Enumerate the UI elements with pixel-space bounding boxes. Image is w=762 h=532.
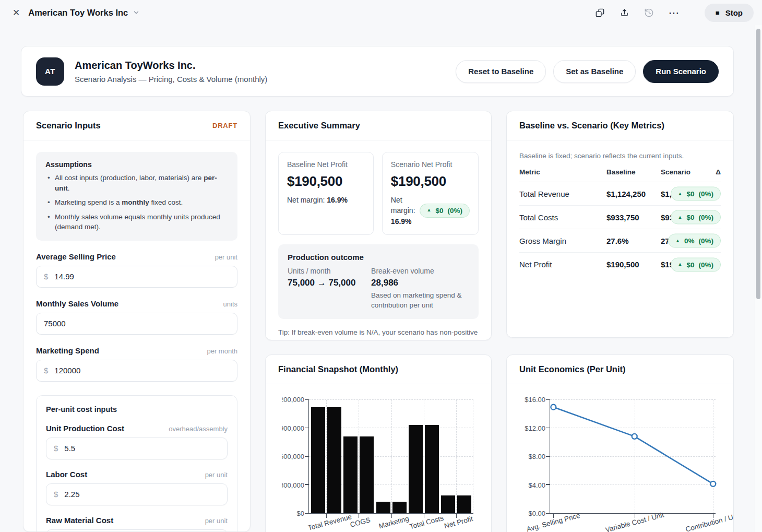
stat-label: Scenario Net Profit [391, 160, 470, 169]
assumption-item: Marketing spend is a monthly fixed cost. [45, 197, 228, 208]
delta-badge: ▲ $0 (0%) [671, 257, 721, 271]
share-icon[interactable] [620, 7, 630, 18]
field-input-box: $ [46, 529, 228, 532]
x-axis-tick-label: COGS [349, 516, 371, 529]
baseline-value: $1,124,250 [606, 190, 661, 198]
reset-to-baseline-button[interactable]: Reset to Baseline [456, 60, 546, 83]
units-per-month-value: 75,000 → 75,000 [288, 278, 371, 288]
bar-group: COGS [342, 400, 375, 513]
x-axis-tick [635, 514, 635, 518]
table-row: Gross Margin 27.6% 27.6% ▲ 0% (0%) [519, 229, 721, 253]
stop-button[interactable]: ■ Stop [705, 4, 754, 22]
field-unit-hint: overhead/assembly [169, 425, 228, 433]
tip-text: Tip: If break-even volume is N/A, your s… [278, 327, 479, 340]
column-header-metric: Metric [519, 168, 606, 176]
field-label: Unit Production Cost [46, 424, 124, 433]
y-axis-tick-label: $1,200,000 [282, 396, 308, 404]
y-axis-tick-label: $4.00 [523, 481, 550, 490]
production-outcome-box: Production outcome Units / month 75,000 … [278, 244, 479, 319]
close-icon[interactable]: ✕ [13, 7, 20, 18]
unit-economics-chart: $0.00$4.00$8.00$12.00$16.00 Avg. Selling… [519, 400, 721, 514]
column-header-scenario: Scenario [661, 168, 712, 176]
panel-title: Baseline vs. Scenario (Key Metrics) [519, 121, 664, 131]
delta-up-icon: ▲ [675, 238, 680, 243]
field-label: Monthly Sales Volume [36, 299, 118, 308]
history-icon[interactable] [644, 7, 654, 18]
scenario-bar [327, 407, 341, 513]
bar-group: Total Revenue [310, 400, 342, 513]
input-field-group: Average Selling Price per unit $ [36, 252, 237, 288]
y-axis-tick-label: $8.00 [523, 453, 550, 461]
assumptions-title: Assumptions [45, 160, 228, 169]
input-field-group: Marketing Spend per month $ [36, 346, 237, 382]
breakeven-label: Break-even volume [371, 267, 469, 275]
assumption-item: All cost inputs (production, labor, mate… [45, 173, 228, 193]
currency-prefix: $ [54, 444, 58, 453]
unit-economics-panel: Unit Economics (Per Unit) $0.00$4.00$8.0… [506, 354, 734, 532]
x-axis-tick-label: Total Revenue [307, 513, 352, 532]
delta-badge: ▲ $0 (0%) [671, 210, 721, 224]
scrollbar-track[interactable] [755, 25, 762, 532]
table-row: Total Revenue $1,124,250 $1,124,250 ▲ $0… [519, 182, 721, 206]
x-axis-tick [713, 514, 713, 518]
breakeven-value: 28,986 [371, 278, 469, 288]
set-as-baseline-button[interactable]: Set as Baseline [553, 60, 636, 83]
delta-badge: ▲ $0 (0%) [420, 204, 470, 218]
production-outcome-title: Production outcome [288, 253, 469, 262]
data-point-marker [710, 481, 716, 487]
table-header: Metric Baseline Scenario Δ [519, 168, 721, 182]
bar-group: Net Profit [440, 400, 472, 513]
baseline-value: $933,750 [606, 213, 661, 222]
field-input-box [36, 313, 237, 335]
metric-name: Net Profit [519, 260, 606, 269]
input-field-group: Unit Production Cost overhead/assembly $ [46, 424, 228, 459]
delta-up-icon: ▲ [678, 191, 683, 196]
field-input-box: $ [36, 266, 237, 288]
field-input[interactable] [54, 366, 230, 375]
field-unit-hint: per month [207, 347, 237, 355]
y-axis-tick-label: $300,000 [282, 481, 308, 490]
field-input[interactable] [44, 319, 230, 328]
stat-value: $190,500 [287, 173, 365, 190]
baseline-bar [311, 407, 325, 513]
assumptions-box: Assumptions All cost inputs (production,… [36, 152, 237, 241]
field-label: Labor Cost [46, 470, 87, 479]
bar-group: Marketing [375, 400, 407, 513]
key-metrics-panel: Baseline vs. Scenario (Key Metrics) Base… [506, 111, 734, 338]
draft-badge: DRAFT [212, 122, 237, 129]
currency-prefix: $ [44, 272, 48, 281]
scenario-net-profit-card: Scenario Net Profit $190,500 Net margin:… [382, 152, 479, 235]
units-per-month-label: Units / month [288, 267, 371, 275]
run-scenario-button[interactable]: Run Scenario [643, 60, 719, 83]
delta-up-icon: ▲ [678, 214, 683, 219]
copy-icon[interactable] [595, 7, 605, 18]
y-axis-tick-label: $0 [282, 510, 308, 518]
y-axis-tick-label: $900,000 [282, 424, 308, 433]
per-unit-cost-group: Per-unit cost inputs Unit Production Cos… [36, 395, 237, 532]
field-input-box: $ [46, 483, 228, 505]
field-unit-hint: per unit [205, 517, 228, 525]
field-input[interactable] [54, 272, 230, 281]
scenario-value-cell: 27.6% ▲ 0% (0%) [661, 229, 721, 252]
field-input[interactable] [64, 490, 220, 499]
financial-snapshot-panel: Financial Snapshot (Monthly) $0$300,000$… [265, 354, 492, 532]
panel-title: Executive Summary [278, 121, 360, 131]
field-label: Average Selling Price [36, 252, 116, 261]
field-unit-hint: per unit [205, 471, 228, 479]
field-unit-hint: per unit [215, 253, 237, 261]
x-axis-tick-label: Marketing [378, 515, 410, 530]
x-axis-tick-label: Contribution / Unit [685, 511, 734, 532]
input-field-group: Raw Material Cost per unit $ [46, 516, 228, 532]
window-title: American Toy Works Inc [28, 8, 128, 18]
page-title: American ToyWorks Inc. [75, 60, 267, 72]
x-axis-tick [553, 514, 554, 518]
metric-name: Total Revenue [519, 190, 606, 198]
chevron-down-icon[interactable] [133, 9, 140, 16]
scrollbar-thumb[interactable] [756, 29, 760, 299]
top-bar: ✕ American Toy Works Inc ⋯ ■ Stop [0, 0, 762, 25]
scenario-value-cell: $1,124,250 ▲ $0 (0%) [661, 182, 721, 205]
column-header-baseline: Baseline [606, 168, 661, 176]
stop-square-icon: ■ [716, 9, 720, 16]
more-icon[interactable]: ⋯ [669, 7, 680, 18]
field-input[interactable] [64, 444, 220, 453]
